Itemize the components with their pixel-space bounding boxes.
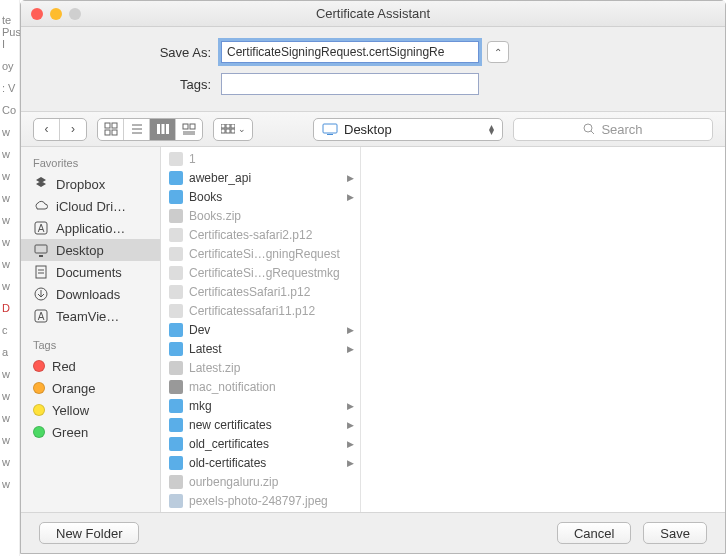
sidebar-item-applicatio-[interactable]: AApplicatio… xyxy=(21,217,160,239)
tag-yellow[interactable]: Yellow xyxy=(21,399,160,421)
file-item[interactable]: Books▶ xyxy=(161,187,360,206)
file-item[interactable]: aweber_api▶ xyxy=(161,168,360,187)
file-item[interactable]: old-certificates▶ xyxy=(161,453,360,472)
svg-rect-15 xyxy=(226,124,230,128)
save-as-input[interactable] xyxy=(221,41,479,63)
grid-small-icon xyxy=(221,124,235,134)
file-item[interactable]: old_certificates▶ xyxy=(161,434,360,453)
svg-rect-20 xyxy=(323,124,337,133)
file-item[interactable]: CertificateSi…gningRequest xyxy=(161,244,360,263)
sidebar-item-dropbox[interactable]: Dropbox xyxy=(21,173,160,195)
sidebar-item-label: Desktop xyxy=(56,243,104,258)
folder-icon xyxy=(169,342,183,356)
svg-rect-11 xyxy=(190,124,195,129)
file-name: old-certificates xyxy=(189,456,266,470)
search-input[interactable]: Search xyxy=(513,118,713,141)
chevron-right-icon: ▶ xyxy=(347,344,354,354)
svg-point-22 xyxy=(584,124,592,132)
save-button[interactable]: Save xyxy=(643,522,707,544)
tag-red[interactable]: Red xyxy=(21,355,160,377)
coverflow-icon xyxy=(182,122,196,136)
tag-label: Green xyxy=(52,425,88,440)
dropbox-icon xyxy=(33,176,49,192)
file-item[interactable]: new certificates▶ xyxy=(161,415,360,434)
file-name: pexels-photo-248797.jpeg xyxy=(189,494,328,508)
svg-rect-2 xyxy=(105,130,110,135)
file-item[interactable]: CertificatesSafari1.p12 xyxy=(161,282,360,301)
tag-green[interactable]: Green xyxy=(21,421,160,443)
file-item[interactable]: ourbengaluru.zip xyxy=(161,472,360,491)
new-folder-button[interactable]: New Folder xyxy=(39,522,139,544)
file-item[interactable]: mkg▶ xyxy=(161,396,360,415)
location-dropdown[interactable]: Desktop ▴▾ xyxy=(313,118,503,141)
file-item[interactable]: mac_notification xyxy=(161,377,360,396)
column-view-button[interactable] xyxy=(150,119,176,140)
svg-rect-28 xyxy=(36,266,46,278)
chevron-down-icon: ⌄ xyxy=(238,124,246,134)
titlebar: Certificate Assistant xyxy=(21,1,725,27)
file-name: Certificates-safari2.p12 xyxy=(189,228,312,242)
bg-hint: te Push I xyxy=(0,14,19,50)
file-name: CertificatesSafari1.p12 xyxy=(189,285,310,299)
tag-orange[interactable]: Orange xyxy=(21,377,160,399)
file-icon xyxy=(169,380,183,394)
file-item[interactable]: Certificatessafari11.p12 xyxy=(161,301,360,320)
svg-text:A: A xyxy=(38,311,45,322)
folder-icon xyxy=(169,418,183,432)
tags-label: Tags: xyxy=(61,77,221,92)
sidebar-item-desktop[interactable]: Desktop xyxy=(21,239,160,261)
sidebar: Favorites DropboxiCloud Dri…AApplicatio…… xyxy=(21,147,161,512)
svg-rect-14 xyxy=(221,124,225,128)
file-item[interactable]: pexels-photo-248797.jpeg xyxy=(161,491,360,510)
down-icon xyxy=(33,286,49,302)
file-icon xyxy=(169,361,183,375)
tags-header: Tags xyxy=(21,335,160,355)
group-by-segment: ⌄ xyxy=(213,118,253,141)
file-item[interactable]: Latest▶ xyxy=(161,339,360,358)
tag-dot-icon xyxy=(33,360,45,372)
cloud-icon xyxy=(33,198,49,214)
file-item[interactable]: CertificateSi…gRequestmkg xyxy=(161,263,360,282)
file-icon xyxy=(169,266,183,280)
svg-rect-18 xyxy=(226,129,230,133)
file-item[interactable]: Dev▶ xyxy=(161,320,360,339)
svg-line-23 xyxy=(591,131,594,134)
tag-label: Red xyxy=(52,359,76,374)
grid-icon xyxy=(104,122,118,136)
chevron-right-icon: ▶ xyxy=(347,173,354,183)
list-view-button[interactable] xyxy=(124,119,150,140)
sidebar-item-icloud-dri-[interactable]: iCloud Dri… xyxy=(21,195,160,217)
forward-button[interactable]: › xyxy=(60,119,86,140)
file-item[interactable]: Latest.zip xyxy=(161,358,360,377)
file-item[interactable]: Certificates-safari2.p12 xyxy=(161,225,360,244)
tag-dot-icon xyxy=(33,404,45,416)
icon-view-button[interactable] xyxy=(98,119,124,140)
svg-text:A: A xyxy=(38,223,45,234)
back-button[interactable]: ‹ xyxy=(34,119,60,140)
file-icon xyxy=(169,475,183,489)
group-by-button[interactable]: ⌄ xyxy=(214,119,252,140)
sidebar-item-documents[interactable]: Documents xyxy=(21,261,160,283)
tags-input[interactable] xyxy=(221,73,479,95)
svg-rect-9 xyxy=(166,124,169,134)
chevron-right-icon: ▶ xyxy=(347,325,354,335)
view-mode-segment xyxy=(97,118,203,141)
search-placeholder: Search xyxy=(601,122,642,137)
nav-buttons: ‹ › xyxy=(33,118,87,141)
empty-column xyxy=(361,147,725,512)
file-item[interactable]: Books.zip xyxy=(161,206,360,225)
svg-rect-1 xyxy=(112,123,117,128)
file-item[interactable]: 1 xyxy=(161,149,360,168)
window-title: Certificate Assistant xyxy=(21,6,725,21)
sidebar-item-downloads[interactable]: Downloads xyxy=(21,283,160,305)
cancel-button[interactable]: Cancel xyxy=(557,522,631,544)
folder-icon xyxy=(169,437,183,451)
file-name: mac_notification xyxy=(189,380,276,394)
file-name: 1 xyxy=(189,152,196,166)
columns-icon xyxy=(156,122,170,136)
collapse-button[interactable]: ⌃ xyxy=(487,41,509,63)
chevron-right-icon: ▶ xyxy=(347,401,354,411)
save-dialog: Certificate Assistant Save As: ⌃ Tags: ‹… xyxy=(20,0,726,554)
coverflow-view-button[interactable] xyxy=(176,119,202,140)
sidebar-item-teamvie-[interactable]: ATeamVie… xyxy=(21,305,160,327)
